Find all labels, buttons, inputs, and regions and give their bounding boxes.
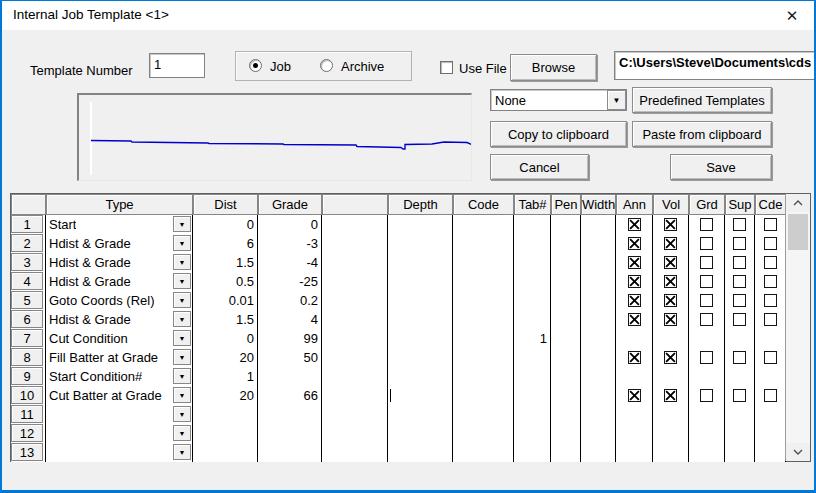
code-cell[interactable] — [453, 405, 514, 424]
vol-checkbox[interactable] — [653, 348, 689, 367]
row-number-cell[interactable]: 4 — [11, 272, 46, 291]
tab-cell[interactable] — [514, 424, 551, 443]
dist-cell[interactable] — [193, 424, 258, 443]
sup-checkbox[interactable] — [733, 256, 746, 269]
vol-checkbox[interactable] — [653, 215, 689, 234]
cde-checkbox[interactable] — [755, 234, 786, 253]
tab-cell[interactable] — [514, 215, 551, 234]
ann-checkbox[interactable] — [616, 310, 653, 329]
code-cell[interactable] — [453, 424, 514, 443]
row-number-cell[interactable]: 6 — [11, 310, 46, 329]
row-number-button[interactable]: 2 — [11, 234, 43, 252]
vol-checkbox[interactable] — [653, 405, 689, 424]
tab-cell[interactable] — [514, 386, 551, 405]
tab-cell[interactable] — [514, 367, 551, 386]
ann-checkbox[interactable] — [628, 218, 641, 231]
type-dropdown-button[interactable]: ▼ — [173, 349, 191, 365]
sup-checkbox[interactable] — [733, 389, 746, 402]
template-number-input[interactable]: 1 — [149, 53, 205, 78]
sup-checkbox[interactable] — [725, 253, 755, 272]
grd-checkbox[interactable] — [700, 256, 713, 269]
code-cell[interactable] — [453, 348, 514, 367]
dist-cell[interactable]: 1.5 — [193, 310, 258, 329]
vol-checkbox[interactable] — [664, 389, 677, 402]
sup-checkbox[interactable] — [733, 313, 746, 326]
paste-from-clipboard-button[interactable]: Paste from clipboard — [632, 121, 772, 147]
type-cell[interactable]: Hdist & Grade▼ — [46, 253, 193, 272]
row-number-cell[interactable]: 7 — [11, 329, 46, 348]
row-number-cell[interactable]: 2 — [11, 234, 46, 253]
spare-cell[interactable] — [322, 329, 388, 348]
scroll-down-button[interactable] — [786, 443, 810, 461]
row-number-cell[interactable]: 9 — [11, 367, 46, 386]
type-dropdown-button[interactable]: ▼ — [173, 368, 191, 384]
type-cell[interactable]: ▼ — [46, 405, 193, 424]
depth-cell[interactable] — [388, 310, 453, 329]
code-cell[interactable] — [453, 443, 514, 462]
dist-cell[interactable] — [193, 405, 258, 424]
grade-cell[interactable]: 99 — [258, 329, 322, 348]
pen-cell[interactable] — [551, 253, 581, 272]
depth-cell[interactable] — [388, 329, 453, 348]
type-cell[interactable]: Hdist & Grade▼ — [46, 234, 193, 253]
depth-cell[interactable] — [388, 405, 453, 424]
grade-cell[interactable]: 66 — [258, 386, 322, 405]
ann-checkbox[interactable] — [616, 253, 653, 272]
depth-cell[interactable] — [388, 367, 453, 386]
ann-checkbox[interactable] — [616, 348, 653, 367]
ann-checkbox[interactable] — [628, 237, 641, 250]
ann-checkbox[interactable] — [616, 234, 653, 253]
ann-checkbox[interactable] — [616, 272, 653, 291]
type-cell[interactable]: Start▼ — [46, 215, 193, 234]
title-bar[interactable]: Internal Job Template <1> ✕ — [2, 1, 814, 30]
vol-checkbox[interactable] — [653, 253, 689, 272]
row-number-cell[interactable]: 10 — [11, 386, 46, 405]
cde-checkbox[interactable] — [755, 367, 786, 386]
sup-checkbox[interactable] — [725, 348, 755, 367]
spare-cell[interactable] — [322, 348, 388, 367]
cde-checkbox[interactable] — [755, 424, 786, 443]
save-button[interactable]: Save — [670, 154, 772, 180]
dist-cell[interactable]: 0.5 — [193, 272, 258, 291]
sup-checkbox[interactable] — [725, 443, 755, 462]
width-cell[interactable] — [581, 424, 616, 443]
vol-checkbox[interactable] — [664, 294, 677, 307]
width-cell[interactable] — [581, 348, 616, 367]
file-path-field[interactable]: C:\Users\Steve\Documents\cds — [614, 51, 816, 80]
type-cell[interactable]: Start Condition#▼ — [46, 367, 193, 386]
row-number-cell[interactable]: 1 — [11, 215, 46, 234]
width-cell[interactable] — [581, 367, 616, 386]
cde-checkbox[interactable] — [764, 351, 777, 364]
width-cell[interactable] — [581, 253, 616, 272]
spare-cell[interactable] — [322, 291, 388, 310]
use-file-checkbox[interactable] — [440, 61, 453, 74]
code-cell[interactable] — [453, 329, 514, 348]
pen-cell[interactable] — [551, 215, 581, 234]
sup-checkbox[interactable] — [725, 310, 755, 329]
pen-cell[interactable] — [551, 234, 581, 253]
width-cell[interactable] — [581, 291, 616, 310]
grade-cell[interactable]: 0 — [258, 215, 322, 234]
depth-cell[interactable] — [388, 253, 453, 272]
width-cell[interactable] — [581, 215, 616, 234]
tab-cell[interactable] — [514, 348, 551, 367]
grd-checkbox[interactable] — [689, 367, 725, 386]
sup-checkbox[interactable] — [725, 386, 755, 405]
grd-checkbox[interactable] — [689, 405, 725, 424]
dist-cell[interactable]: 20 — [193, 348, 258, 367]
grade-cell[interactable]: 0.2 — [258, 291, 322, 310]
grade-cell[interactable]: -4 — [258, 253, 322, 272]
row-number-button[interactable]: 8 — [11, 348, 43, 366]
width-cell[interactable] — [581, 386, 616, 405]
sup-checkbox[interactable] — [733, 218, 746, 231]
vol-checkbox[interactable] — [664, 351, 677, 364]
ann-checkbox[interactable] — [616, 215, 653, 234]
grd-checkbox[interactable] — [700, 218, 713, 231]
row-number-cell[interactable]: 5 — [11, 291, 46, 310]
pen-cell[interactable] — [551, 310, 581, 329]
pen-cell[interactable] — [551, 291, 581, 310]
sup-checkbox[interactable] — [725, 234, 755, 253]
pen-cell[interactable] — [551, 405, 581, 424]
code-cell[interactable] — [453, 234, 514, 253]
vol-checkbox[interactable] — [653, 424, 689, 443]
